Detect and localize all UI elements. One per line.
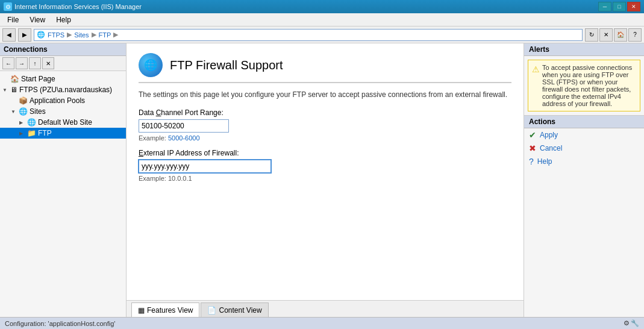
menu-bar: File View Help: [0, 13, 644, 27]
alert-warning-icon: ⚠: [532, 64, 540, 107]
status-bar: Configuration: 'applicationHost.config' …: [0, 317, 644, 329]
menu-help[interactable]: Help: [51, 14, 76, 25]
address-part-ftp[interactable]: FTP: [99, 31, 111, 39]
address-part-ftps[interactable]: FTPS: [48, 31, 64, 39]
maximize-button[interactable]: □: [613, 2, 626, 11]
status-text: Configuration: 'applicationHost.config': [5, 320, 115, 327]
help-toolbar-button[interactable]: ?: [628, 28, 642, 42]
window-controls: ─ □ ✕: [598, 2, 640, 11]
bottom-tabs: ▦ Features View 📄 Content View: [127, 300, 524, 317]
action-apply[interactable]: ✔ Apply: [524, 128, 644, 142]
conn-back-button[interactable]: ←: [2, 57, 14, 69]
tree-item-start-page[interactable]: 🏠 Start Page: [0, 74, 126, 84]
features-view-icon: ▦: [138, 306, 145, 315]
status-icon-1: ⚙: [624, 319, 630, 327]
feature-description: The settings on this page let you config…: [139, 90, 511, 99]
minimize-button[interactable]: ─: [598, 2, 611, 11]
alert-message: To accept passive connections when you a…: [542, 64, 636, 107]
tree-label-start-page: Start Page: [21, 75, 55, 83]
main-layout: Connections ← → ↑ ✕ 🏠 Start Page ▼ 🖥 FTP…: [0, 43, 644, 317]
window-title: Internet Information Services (IIS) Mana…: [14, 3, 142, 10]
ftp-icon: 📁: [27, 129, 36, 137]
tree-arrow-sites: ▼: [11, 109, 17, 114]
close-button[interactable]: ✕: [627, 2, 640, 11]
tab-content-view[interactable]: 📄 Content View: [201, 302, 268, 317]
address-icon: 🌐: [37, 31, 45, 39]
tree-label-sites: Sites: [30, 107, 46, 116]
refresh-button[interactable]: ↻: [585, 28, 598, 42]
menu-view[interactable]: View: [25, 14, 50, 25]
back-button[interactable]: ◀: [2, 28, 16, 42]
forward-button[interactable]: ▶: [18, 28, 31, 42]
port-range-group: Data Channel Port Range: Example: 5000-6…: [139, 108, 511, 142]
right-panel: Alerts ⚠ To accept passive connections w…: [524, 43, 644, 317]
tree-arrow-ftp: ▶: [19, 131, 25, 136]
external-ip-label: External IP Address of Firewall:: [139, 149, 511, 157]
external-ip-input[interactable]: [139, 160, 271, 173]
tree-label-ftp: FTP: [38, 129, 52, 137]
tree-item-sites[interactable]: ▼ 🌐 Sites: [0, 106, 126, 117]
cancel-icon: ✖: [529, 143, 536, 153]
tree-item-ftp[interactable]: ▶ 📁 FTP: [0, 128, 126, 139]
tree-item-default-web[interactable]: ▶ 🌐 Default Web Site: [0, 117, 126, 128]
content-view-icon: 📄: [207, 306, 216, 315]
external-ip-group: External IP Address of Firewall: Example…: [139, 149, 511, 182]
tree-arrow-default: ▶: [19, 120, 25, 125]
help-action-icon: ?: [529, 157, 534, 166]
status-icon-2: 🔧: [631, 319, 639, 327]
tree-label-default-web: Default Web Site: [38, 118, 92, 127]
actions-section: Actions ✔ Apply ✖ Cancel ? Help: [524, 116, 644, 317]
conn-up-button[interactable]: ↑: [29, 57, 41, 69]
app-icon: ⚙: [4, 2, 12, 11]
address-part-sites[interactable]: Sites: [74, 31, 89, 39]
title-bar: ⚙ Internet Information Services (IIS) Ma…: [0, 0, 644, 13]
app-pools-icon: 📦: [19, 96, 28, 105]
alerts-header: Alerts: [524, 43, 644, 56]
tree-label-ftps: FTPS (PZU\a.navardauskas): [19, 86, 112, 94]
stop-button[interactable]: ✕: [599, 28, 613, 42]
connections-toolbar: ← → ↑ ✕: [0, 56, 126, 71]
start-page-icon: 🏠: [10, 75, 19, 83]
status-icons: ⚙ 🔧: [624, 319, 639, 327]
conn-forward-button[interactable]: →: [16, 57, 28, 69]
connections-panel: Connections ← → ↑ ✕ 🏠 Start Page ▼ 🖥 FTP…: [0, 43, 127, 317]
sites-icon: 🌐: [19, 107, 28, 116]
tree-arrow-ftps: ▼: [2, 87, 8, 93]
toolbar: ◀ ▶ 🌐 FTPS ▶ Sites ▶ FTP ▶ ↻ ✕ 🏠 ?: [0, 27, 644, 43]
tree-label-app-pools: Application Pools: [30, 96, 85, 105]
features-view-label: Features View: [147, 306, 193, 315]
toolbar-right-buttons: ↻ ✕ 🏠 ?: [585, 28, 642, 42]
connections-header: Connections: [0, 43, 126, 56]
feature-header: 🌐 FTP Firewall Support: [139, 53, 511, 83]
alerts-section: Alerts ⚠ To accept passive connections w…: [524, 43, 644, 116]
port-range-example: 5000-6000: [168, 134, 200, 142]
apply-icon: ✔: [529, 130, 536, 140]
port-range-input[interactable]: [139, 119, 229, 133]
actions-header: Actions: [524, 116, 644, 128]
feature-title: FTP Firewall Support: [170, 58, 283, 72]
address-bar: 🌐 FTPS ▶ Sites ▶ FTP ▶: [34, 29, 583, 41]
default-web-icon: 🌐: [27, 118, 36, 127]
ftp-firewall-icon: 🌐: [139, 53, 163, 77]
tab-features-view[interactable]: ▦ Features View: [131, 302, 199, 317]
ftps-icon: 🖥: [10, 86, 17, 94]
action-cancel[interactable]: ✖ Cancel: [524, 142, 644, 155]
home-button[interactable]: 🏠: [614, 28, 627, 42]
tree-item-app-pools[interactable]: 📦 Application Pools: [0, 95, 126, 106]
cancel-label: Cancel: [540, 144, 562, 152]
menu-file[interactable]: File: [2, 14, 23, 25]
action-help[interactable]: ? Help: [524, 155, 644, 168]
tree-item-ftps[interactable]: ▼ 🖥 FTPS (PZU\a.navardauskas): [0, 84, 126, 95]
external-ip-hint: Example: 10.0.0.1: [139, 175, 511, 182]
apply-label: Apply: [540, 131, 558, 139]
port-range-label: Data Channel Port Range:: [139, 108, 511, 117]
conn-disconnect-button[interactable]: ✕: [42, 57, 54, 69]
connections-tree: 🏠 Start Page ▼ 🖥 FTPS (PZU\a.navardauska…: [0, 71, 126, 317]
content-view-label: Content View: [219, 306, 261, 315]
port-range-hint: Example: 5000-6000: [139, 134, 511, 142]
content-area: 🌐 FTP Firewall Support The settings on t…: [127, 43, 524, 317]
feature-content: 🌐 FTP Firewall Support The settings on t…: [127, 43, 524, 300]
title-bar-left: ⚙ Internet Information Services (IIS) Ma…: [4, 2, 142, 11]
alert-box: ⚠ To accept passive connections when you…: [528, 60, 640, 111]
help-label: Help: [537, 157, 552, 166]
